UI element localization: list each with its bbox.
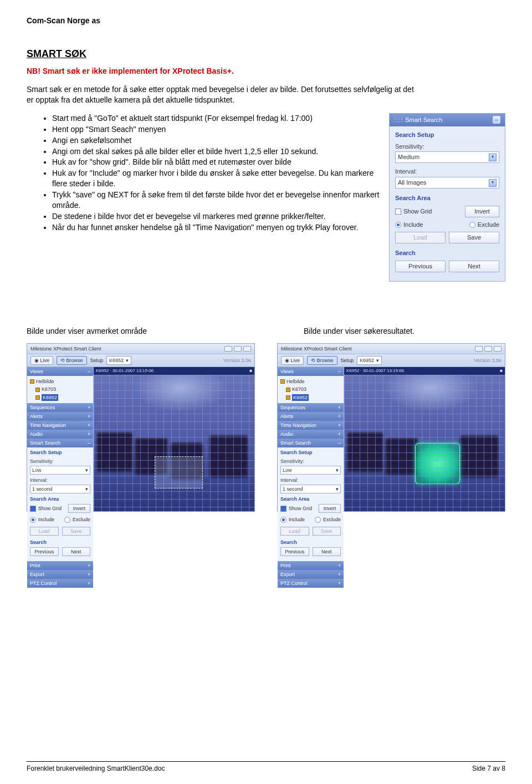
mini-next-button[interactable]: Next xyxy=(62,547,91,556)
caption-right: Bilde under viser søkeresultatet. xyxy=(304,326,415,337)
mini-include-radio[interactable]: Include xyxy=(30,516,54,523)
video-viewport[interactable]: K6952 · 30-01-2007 13:15:06■ xyxy=(344,367,505,511)
mini-next-button[interactable]: Next xyxy=(313,547,341,556)
bullet-list: Start med å "GoTo" et aktuelt start tids… xyxy=(27,113,381,233)
tree-camera-selected[interactable]: K6952 xyxy=(280,394,341,401)
video-scene xyxy=(94,375,254,511)
tree-camera[interactable]: K6703 xyxy=(30,385,90,393)
company-name: Com-Scan Norge as xyxy=(27,16,505,26)
maximize-icon[interactable] xyxy=(234,346,242,352)
mini-exclude-radio[interactable]: Exclude xyxy=(315,516,341,523)
live-mode-button[interactable]: ◉ Live xyxy=(281,356,304,365)
footer-pagenum: Side 7 av 8 xyxy=(472,764,505,773)
views-section-header[interactable]: Views– xyxy=(278,367,344,376)
smart-search-header[interactable]: Smart Search– xyxy=(27,439,93,447)
setup-label: Setup xyxy=(90,357,104,364)
mini-show-grid-checkbox[interactable]: Show Grid xyxy=(30,505,62,512)
tree-camera[interactable]: K6703 xyxy=(280,385,341,393)
search-setup-heading: Search Setup xyxy=(395,131,499,139)
mini-show-grid-checkbox[interactable]: Show Grid xyxy=(280,505,312,512)
print-header[interactable]: Print+ xyxy=(278,561,344,570)
mini-load-button[interactable]: Load xyxy=(30,527,59,536)
load-button[interactable]: Load xyxy=(395,232,446,243)
window-title: Milestone XProtect Smart Client xyxy=(281,345,352,352)
mini-sensitivity-select[interactable]: Low▾ xyxy=(30,466,90,475)
panel-header[interactable]: ::::Smart Search – xyxy=(390,114,505,126)
setup-label: Setup xyxy=(341,357,354,364)
setup-select[interactable]: K6952 ▾ xyxy=(106,356,131,365)
show-grid-checkbox[interactable]: Show Grid xyxy=(395,207,432,216)
collapse-icon[interactable]: – xyxy=(493,116,500,124)
mini-previous-button[interactable]: Previous xyxy=(280,547,309,556)
time-nav-header[interactable]: Time Navigation+ xyxy=(27,421,93,430)
audio-header[interactable]: Audio+ xyxy=(278,430,344,439)
mini-invert-button[interactable]: Invert xyxy=(319,504,341,513)
tree-camera-selected[interactable]: K6952 xyxy=(30,394,90,401)
camera-icon xyxy=(286,388,290,392)
alerts-header[interactable]: Alerts+ xyxy=(27,412,93,421)
mini-setup-heading: Search Setup xyxy=(280,449,341,456)
folder-icon xyxy=(280,379,285,384)
chevron-down-icon: ▾ xyxy=(489,179,497,187)
mini-interval-select[interactable]: 1 second▾ xyxy=(30,485,90,493)
browse-mode-button[interactable]: ⟲ Browse xyxy=(307,356,337,365)
viewport-close-icon[interactable]: ■ xyxy=(249,368,252,374)
exclude-radio[interactable]: Exclude xyxy=(469,221,499,229)
mini-sensitivity-select[interactable]: Low▾ xyxy=(280,466,341,475)
chevron-down-icon: ▾ xyxy=(126,357,129,364)
viewport-close-icon[interactable]: ■ xyxy=(500,368,503,374)
export-header[interactable]: Export+ xyxy=(278,570,344,579)
video-viewport[interactable]: K6952 · 30-01-2007 13:15:06■ xyxy=(94,367,254,511)
close-icon[interactable] xyxy=(494,346,502,352)
minimize-icon[interactable] xyxy=(224,346,232,352)
interval-select[interactable]: All Images ▾ xyxy=(395,177,499,189)
ptz-header[interactable]: PTZ Control+ xyxy=(27,579,93,588)
sensitivity-select[interactable]: Medium ▾ xyxy=(395,151,499,163)
minimize-icon[interactable] xyxy=(475,346,483,352)
radio-icon xyxy=(315,517,321,523)
mini-interval-label: Interval: xyxy=(280,477,341,483)
bullet-item: Hent opp "Smart Seach" menyen xyxy=(52,124,381,135)
mini-include-radio[interactable]: Include xyxy=(280,516,305,523)
checkbox-icon xyxy=(280,506,287,512)
mini-search-heading: Search xyxy=(30,539,90,546)
print-header[interactable]: Print+ xyxy=(27,561,93,570)
setup-select[interactable]: K6952 ▾ xyxy=(357,356,382,365)
mini-invert-button[interactable]: Invert xyxy=(68,504,90,513)
save-button[interactable]: Save xyxy=(449,232,499,243)
sequences-header[interactable]: Sequences+ xyxy=(278,403,344,412)
views-section-header[interactable]: Views– xyxy=(27,367,93,376)
mini-load-button[interactable]: Load xyxy=(280,527,309,536)
ptz-header[interactable]: PTZ Control+ xyxy=(278,579,344,588)
time-nav-header[interactable]: Time Navigation+ xyxy=(278,421,344,430)
browse-mode-button[interactable]: ⟲ Browse xyxy=(57,356,87,365)
next-button[interactable]: Next xyxy=(449,261,499,272)
chevron-down-icon: ▾ xyxy=(489,154,497,161)
panel-title: Smart Search xyxy=(405,116,442,123)
include-radio[interactable]: Include xyxy=(395,221,423,229)
live-mode-button[interactable]: ◉ Live xyxy=(30,356,53,365)
tree-root[interactable]: Helbilde xyxy=(30,378,90,385)
viewport-timestamp: K6952 · 30-01-2007 13:15:06 xyxy=(96,368,154,374)
invert-button[interactable]: Invert xyxy=(465,206,499,217)
page-footer: Forenklet brukerveiledning SmartKlient30… xyxy=(27,761,505,773)
chevron-down-icon: ▾ xyxy=(336,486,339,492)
client-sidebar: Views– Helbilde K6703 K6952 Sequences+ A… xyxy=(278,367,344,511)
mini-save-button[interactable]: Save xyxy=(62,527,91,536)
previous-button[interactable]: Previous xyxy=(395,261,446,272)
maximize-icon[interactable] xyxy=(484,346,492,352)
mini-area-heading: Search Area xyxy=(280,496,341,502)
smart-search-header[interactable]: Smart Search– xyxy=(278,439,344,447)
mini-save-button[interactable]: Save xyxy=(313,527,341,536)
tree-root[interactable]: Helbilde xyxy=(280,378,341,385)
bullet-item: De stedene i bilde hvor det er bevegelse… xyxy=(52,211,381,222)
mini-previous-button[interactable]: Previous xyxy=(30,547,59,556)
audio-header[interactable]: Audio+ xyxy=(27,430,93,439)
sequences-header[interactable]: Sequences+ xyxy=(27,403,93,412)
alerts-header[interactable]: Alerts+ xyxy=(278,412,344,421)
close-icon[interactable] xyxy=(243,346,251,352)
mini-exclude-radio[interactable]: Exclude xyxy=(64,516,90,523)
mini-interval-select[interactable]: 1 second▾ xyxy=(280,485,341,493)
mini-search-heading: Search xyxy=(280,539,341,546)
export-header[interactable]: Export+ xyxy=(27,570,93,579)
